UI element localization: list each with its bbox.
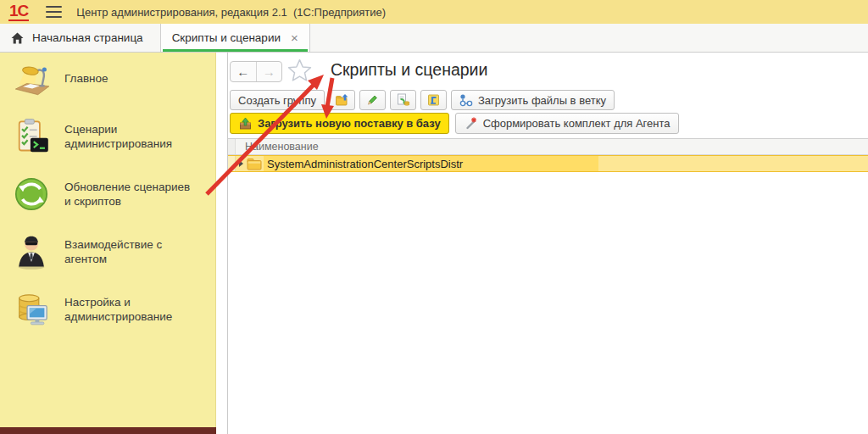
magic-wand-icon xyxy=(464,117,478,131)
create-group-button[interactable]: Создать группу xyxy=(230,90,325,110)
tab-scripts-active[interactable]: Скрипты и сценарии × xyxy=(160,24,310,52)
main-panel: ← → Скрипты и сценарии Создать группу xyxy=(227,53,868,434)
page-hook-icon xyxy=(426,93,441,107)
agent-person-icon xyxy=(13,233,50,270)
folder-add-icon xyxy=(335,93,349,107)
forward-button[interactable]: → xyxy=(257,62,282,81)
page-title: Скрипты и сценарии xyxy=(331,60,487,80)
tab-close-icon[interactable]: × xyxy=(291,31,298,44)
sidebar-item-label: Главное xyxy=(64,71,108,86)
scripts-clipboard-icon xyxy=(13,118,50,155)
load-new-distribution-label: Загрузить новую поставку в базу xyxy=(258,117,441,130)
crate-upload-icon xyxy=(238,117,253,131)
table-gutter xyxy=(228,139,236,154)
database-computer-icon xyxy=(13,291,50,328)
window-titlebar: 1С Центр администрирования, редакция 2.1… xyxy=(0,0,868,24)
update-refresh-icon xyxy=(13,175,50,213)
row-gutter xyxy=(228,156,236,171)
upload-files-label: Загрузить файлы в ветку xyxy=(478,94,606,107)
folder-icon xyxy=(247,158,262,170)
hamburger-menu-icon[interactable] xyxy=(46,6,62,18)
create-group-label: Создать группу xyxy=(238,94,316,107)
load-new-distribution-button[interactable]: Загрузить новую поставку в базу xyxy=(230,113,449,134)
window-title: Центр администрирования, редакция 2.1 (1… xyxy=(76,6,386,19)
history-button[interactable] xyxy=(420,90,447,110)
sidebar-item-update-scripts[interactable]: Обновление сценариев и скриптов xyxy=(0,175,215,213)
row-name-cell[interactable]: SystemAdministrationCenterScriptsDistr xyxy=(264,156,598,171)
load-file-to-db-button[interactable] xyxy=(390,90,416,110)
branch-icon xyxy=(459,93,473,107)
sidebar-item-label: Сценарии администрирования xyxy=(64,122,198,152)
pencil-icon xyxy=(365,93,380,107)
sidebar-item-admin-scenarios[interactable]: Сценарии администрирования xyxy=(0,118,215,155)
toolbar-row-1: Создать группу xyxy=(230,90,615,110)
edit-button[interactable] xyxy=(359,90,386,110)
sidebar-item-main[interactable]: Главное xyxy=(0,60,215,97)
table-row-selected[interactable]: SystemAdministrationCenterScriptsDistr xyxy=(228,155,868,172)
sidebar-item-label: Обновление сценариев и скриптов xyxy=(64,180,198,209)
expand-triangle-icon[interactable] xyxy=(236,160,246,167)
back-button[interactable]: ← xyxy=(231,62,257,81)
history-nav-group: ← → xyxy=(230,61,282,82)
tab-home[interactable]: Начальная страница xyxy=(0,24,160,52)
column-header-label: Наименование xyxy=(236,141,319,153)
favorite-star-icon[interactable] xyxy=(287,58,313,87)
toolbar-row-2: Загрузить новую поставку в базу Сформиро… xyxy=(230,113,679,134)
table-column-header[interactable]: Наименование xyxy=(228,138,868,155)
build-agent-kit-button[interactable]: Сформировать комплект для Агента xyxy=(455,113,679,134)
sidebar-item-settings-admin[interactable]: Настройка и администрирование xyxy=(0,291,215,328)
1c-logo: 1С xyxy=(8,3,29,21)
tab-home-label: Начальная страница xyxy=(32,31,143,44)
sidebar-item-agent-interaction[interactable]: Взаимодействие с агентом xyxy=(0,233,215,270)
sidebar-bottom-strip xyxy=(0,427,216,434)
create-group-folder-button[interactable] xyxy=(329,90,355,110)
build-agent-kit-label: Сформировать комплект для Агента xyxy=(483,117,670,130)
tab-label: Скрипты и сценарии xyxy=(172,31,281,44)
document-to-database-icon xyxy=(396,93,410,107)
sidebar-item-label: Настройка и администрирование xyxy=(64,295,198,325)
sidebar-item-label: Взаимодействие с агентом xyxy=(64,237,198,267)
desk-lamp-icon xyxy=(13,60,50,97)
sidebar-navigation: Главное Сценарии администрирования Обнов… xyxy=(0,53,216,427)
tab-bar: Начальная страница Скрипты и сценарии × xyxy=(0,24,868,53)
home-icon xyxy=(11,32,24,44)
upload-files-to-branch-button[interactable]: Загрузить файлы в ветку xyxy=(451,90,615,110)
